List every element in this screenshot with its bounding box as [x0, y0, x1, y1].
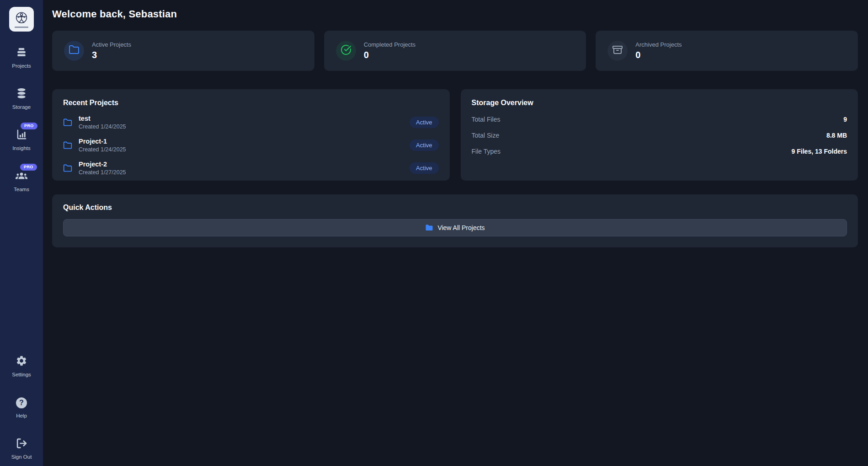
recent-projects-panel: Recent Projects test Created 1/24/2025 A…: [52, 89, 450, 181]
status-badge: Active: [410, 162, 438, 174]
project-name: Project-2: [79, 161, 126, 168]
project-created-date: Created 1/27/2025: [79, 169, 126, 176]
storage-row: Total Size 8.8 MB: [472, 132, 847, 139]
page-title: Welcome back, Sebastian: [52, 8, 858, 20]
status-badge: Active: [410, 139, 438, 151]
stat-value: 0: [364, 50, 415, 60]
sidebar-item-settings[interactable]: Settings: [12, 356, 31, 377]
stat-label: Active Projects: [92, 41, 131, 48]
storage-row-value: 9 Files, 13 Folders: [792, 148, 847, 155]
storage-overview-title: Storage Overview: [472, 99, 847, 107]
sidebar: Projects Storage PRO: [0, 0, 43, 466]
view-all-projects-button[interactable]: View All Projects: [63, 219, 847, 236]
stat-card-active-projects: Active Projects 3: [52, 31, 314, 71]
project-created-date: Created 1/24/2025: [79, 123, 126, 130]
logo-wordmark: [15, 27, 28, 28]
teams-icon: [15, 170, 28, 183]
sidebar-item-teams[interactable]: PRO Teams: [14, 171, 29, 192]
quick-actions-panel: Quick Actions View All Projects: [52, 194, 858, 247]
panels-row: Recent Projects test Created 1/24/2025 A…: [52, 89, 858, 181]
storage-row-label: File Types: [472, 148, 501, 155]
stat-card-completed-projects: Completed Projects 0: [324, 31, 586, 71]
stat-value: 0: [635, 50, 682, 60]
sidebar-nav-top: Projects Storage PRO: [12, 47, 31, 192]
stat-label: Completed Projects: [364, 41, 415, 48]
project-row[interactable]: test Created 1/24/2025 Active: [63, 115, 439, 130]
main-content: Welcome back, Sebastian Active Projects …: [43, 0, 868, 466]
storage-icon: [16, 87, 27, 101]
archive-icon: [612, 44, 623, 57]
check-circle-icon: [341, 44, 351, 57]
projects-icon: [16, 46, 27, 60]
vitruvian-man-icon: [14, 11, 29, 26]
sidebar-item-label: Teams: [14, 187, 29, 192]
sidebar-item-label: Settings: [12, 372, 31, 377]
help-icon: ?: [16, 397, 27, 408]
pro-badge: PRO: [21, 123, 37, 129]
storage-row: Total Files 9: [472, 116, 847, 123]
stat-value: 3: [92, 50, 131, 60]
sidebar-item-label: Sign Out: [11, 454, 32, 460]
app-logo[interactable]: [9, 7, 34, 32]
insights-icon: [16, 129, 27, 142]
project-name: Project-1: [79, 138, 126, 145]
sidebar-item-projects[interactable]: Projects: [12, 47, 31, 69]
storage-overview-panel: Storage Overview Total Files 9 Total Siz…: [461, 89, 858, 181]
sign-out-icon: [16, 438, 27, 451]
view-all-projects-label: View All Projects: [437, 224, 485, 231]
sidebar-item-label: Insights: [12, 145, 31, 151]
storage-row-label: Total Size: [472, 132, 500, 139]
project-created-date: Created 1/24/2025: [79, 146, 126, 153]
sidebar-item-label: Storage: [12, 104, 31, 110]
stats-row: Active Projects 3 Completed Projects 0: [52, 31, 858, 71]
status-badge: Active: [410, 117, 438, 129]
project-row[interactable]: Project-2 Created 1/27/2025 Active: [63, 161, 439, 176]
sidebar-item-insights[interactable]: PRO Insights: [12, 129, 31, 151]
storage-row: File Types 9 Files, 13 Folders: [472, 148, 847, 155]
sidebar-item-sign-out[interactable]: Sign Out: [11, 438, 32, 460]
recent-projects-title: Recent Projects: [63, 99, 439, 107]
stat-label: Archived Projects: [635, 41, 682, 48]
app-root: Projects Storage PRO: [0, 0, 868, 466]
storage-row-value: 9: [843, 116, 847, 123]
folder-icon: [425, 224, 433, 232]
project-name: test: [79, 115, 126, 122]
storage-row-label: Total Files: [472, 116, 501, 123]
sidebar-nav-bottom: Settings ? Help: [11, 356, 32, 460]
folder-icon: [63, 141, 72, 150]
storage-row-value: 8.8 MB: [826, 132, 847, 139]
project-row[interactable]: Project-1 Created 1/24/2025 Active: [63, 138, 439, 153]
folder-icon: [63, 118, 72, 127]
folder-icon: [69, 44, 80, 57]
stat-card-archived-projects: Archived Projects 0: [596, 31, 858, 71]
settings-icon: [16, 355, 27, 369]
quick-actions-title: Quick Actions: [63, 204, 847, 212]
pro-badge: PRO: [20, 164, 37, 171]
sidebar-item-help[interactable]: ? Help: [16, 397, 27, 418]
sidebar-item-label: Projects: [12, 63, 31, 69]
sidebar-item-storage[interactable]: Storage: [12, 88, 31, 110]
sidebar-item-label: Help: [16, 413, 27, 418]
folder-icon: [63, 164, 72, 173]
